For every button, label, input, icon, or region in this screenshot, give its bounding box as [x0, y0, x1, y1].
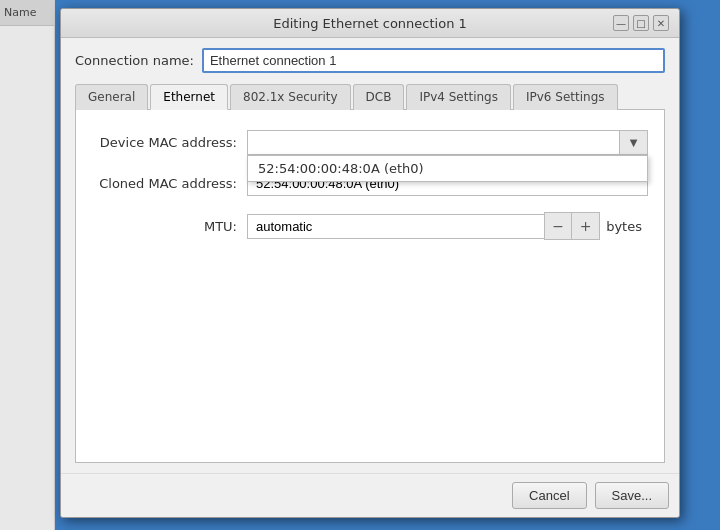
mtu-control: − + bytes	[247, 212, 648, 240]
mtu-row: MTU: − + bytes	[92, 212, 648, 240]
device-mac-dropdown-btn[interactable]: ▼	[620, 130, 648, 155]
mtu-increment-button[interactable]: +	[572, 212, 600, 240]
tab-ethernet[interactable]: Ethernet	[150, 84, 228, 110]
connection-name-label: Connection name:	[75, 53, 194, 68]
device-mac-label: Device MAC address:	[92, 135, 247, 150]
dialog-footer: Cancel Save...	[61, 473, 679, 517]
mtu-label: MTU:	[92, 219, 247, 234]
minimize-button[interactable]: —	[613, 15, 629, 31]
device-mac-dropdown-menu: 52:54:00:00:48:0A (eth0)	[247, 155, 648, 182]
tab-dcb[interactable]: DCB	[353, 84, 405, 110]
tab-content-ethernet: Device MAC address: ▼ 52:54:00:00:48:0A …	[75, 110, 665, 463]
mtu-stepper: − +	[544, 212, 600, 240]
dropdown-item-eth0[interactable]: 52:54:00:00:48:0A (eth0)	[248, 156, 647, 181]
mtu-decrement-button[interactable]: −	[544, 212, 572, 240]
device-mac-control: ▼ 52:54:00:00:48:0A (eth0)	[247, 130, 648, 155]
tab-security[interactable]: 802.1x Security	[230, 84, 351, 110]
device-mac-input[interactable]	[247, 130, 620, 155]
close-button[interactable]: ✕	[653, 15, 669, 31]
mtu-input-row: − + bytes	[247, 212, 648, 240]
connection-name-input[interactable]	[202, 48, 665, 73]
tab-general[interactable]: General	[75, 84, 148, 110]
mtu-unit-label: bytes	[600, 215, 648, 238]
device-mac-row: Device MAC address: ▼ 52:54:00:00:48:0A …	[92, 130, 648, 155]
dialog-title: Editing Ethernet connection 1	[127, 16, 613, 31]
tabs-bar: General Ethernet 802.1x Security DCB IPv…	[75, 83, 665, 110]
sidebar-header: Name	[0, 0, 54, 26]
device-mac-dropdown-wrapper: ▼ 52:54:00:00:48:0A (eth0)	[247, 130, 648, 155]
cancel-button[interactable]: Cancel	[512, 482, 586, 509]
save-button[interactable]: Save...	[595, 482, 669, 509]
tab-ipv4[interactable]: IPv4 Settings	[406, 84, 511, 110]
titlebar-buttons: — □ ✕	[613, 15, 669, 31]
chevron-down-icon: ▼	[630, 137, 638, 148]
dialog: Editing Ethernet connection 1 — □ ✕ Conn…	[60, 8, 680, 518]
tab-ipv6[interactable]: IPv6 Settings	[513, 84, 618, 110]
cloned-mac-label: Cloned MAC address:	[92, 176, 247, 191]
connection-name-row: Connection name:	[75, 48, 665, 73]
dialog-titlebar: Editing Ethernet connection 1 — □ ✕	[61, 9, 679, 38]
mtu-input[interactable]	[247, 214, 544, 239]
sidebar-panel: Name	[0, 0, 55, 530]
maximize-button[interactable]: □	[633, 15, 649, 31]
dialog-body: Connection name: General Ethernet 802.1x…	[61, 38, 679, 473]
